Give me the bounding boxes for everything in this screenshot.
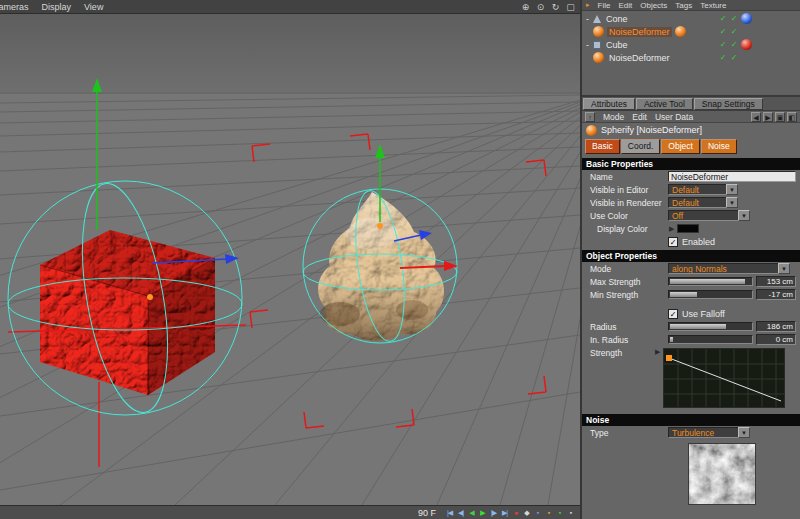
inner-radius-value[interactable]: 0 cm xyxy=(756,334,796,345)
maximize-icon[interactable]: ▢ xyxy=(564,1,577,13)
cinema4d-window: Cameras Display View ⊕ ⊙ ↻ ▢ xyxy=(0,0,800,519)
spherify-tag-icon[interactable] xyxy=(675,26,686,37)
tab-noise[interactable]: Noise xyxy=(701,139,737,154)
goto-start-icon[interactable]: |◀ xyxy=(444,507,455,519)
chevron-down-icon[interactable]: ▼ xyxy=(726,184,738,195)
autokey-icon[interactable]: ◆ xyxy=(521,507,532,519)
material-thumbnail-red[interactable] xyxy=(741,39,752,50)
panel-menu-icon[interactable]: ▸ xyxy=(586,1,590,9)
visible-editor-dropdown[interactable]: Default ▼ xyxy=(668,184,738,195)
attribute-object-title: Spherify [NoiseDeformer] xyxy=(582,123,800,137)
menu-cameras[interactable]: Cameras xyxy=(0,2,29,12)
om-menu-file[interactable]: File xyxy=(598,1,611,10)
menu-display[interactable]: Display xyxy=(42,2,72,12)
triangle-right-icon[interactable]: ▶ xyxy=(655,348,660,356)
display-color-swatch[interactable] xyxy=(677,224,699,233)
triangle-right-icon[interactable]: ▶ xyxy=(669,225,674,233)
om-menu-texture[interactable]: Texture xyxy=(700,1,726,10)
enabled-checkbox[interactable]: ✓ xyxy=(668,237,678,247)
title-text: Spherify [NoiseDeformer] xyxy=(601,125,702,135)
editor-visibility-check-icon[interactable]: ✓ xyxy=(719,53,727,62)
am-menu-mode[interactable]: Mode xyxy=(603,112,624,122)
expander-icon[interactable]: - xyxy=(582,40,593,50)
renderer-visibility-check-icon[interactable]: ✓ xyxy=(730,14,738,23)
tab-basic[interactable]: Basic xyxy=(585,139,620,154)
inner-radius-slider[interactable] xyxy=(668,335,753,344)
cone-icon xyxy=(593,15,601,23)
min-strength-value[interactable]: -17 cm xyxy=(756,289,796,300)
lock-icon[interactable]: ▣ xyxy=(775,112,785,122)
visible-renderer-dropdown[interactable]: Default ▼ xyxy=(668,197,738,208)
noise-type-label: Type xyxy=(590,428,668,438)
radius-value[interactable]: 186 cm xyxy=(756,321,796,332)
use-falloff-checkbox[interactable]: ✓ xyxy=(668,309,678,319)
chevron-down-icon[interactable]: ▼ xyxy=(738,210,750,221)
viewport-menubar: Cameras Display View ⊕ ⊙ ↻ ▢ xyxy=(0,0,580,14)
visible-editor-label: Visible in Editor xyxy=(590,185,668,195)
tab-snap-settings[interactable]: Snap Settings xyxy=(694,98,763,110)
zoom-icon[interactable]: ⊙ xyxy=(534,1,547,13)
strength-curve-editor[interactable] xyxy=(663,348,785,408)
am-menu-userdata[interactable]: User Data xyxy=(655,112,693,122)
editor-visibility-check-icon[interactable]: ✓ xyxy=(719,14,727,23)
radius-slider[interactable] xyxy=(668,322,753,331)
rotate-icon[interactable]: ↻ xyxy=(549,1,562,13)
noisedeformer-icon xyxy=(593,26,604,37)
chevron-down-icon[interactable]: ▼ xyxy=(778,263,790,274)
history-forward-icon[interactable]: ▶ xyxy=(763,112,773,122)
editor-visibility-check-icon[interactable]: ✓ xyxy=(719,27,727,36)
am-menu-edit[interactable]: Edit xyxy=(632,112,647,122)
object-label[interactable]: Cone xyxy=(604,14,630,24)
tab-object[interactable]: Object xyxy=(661,139,700,154)
max-strength-label: Max Strength xyxy=(590,277,668,287)
tab-active-tool[interactable]: Active Tool xyxy=(636,98,693,110)
material-thumbnail-blue[interactable] xyxy=(741,13,752,24)
renderer-visibility-check-icon[interactable]: ✓ xyxy=(730,53,738,62)
editor-visibility-check-icon[interactable]: ✓ xyxy=(719,40,727,49)
key-position-icon[interactable]: ▪ xyxy=(532,507,543,519)
prev-key-icon[interactable]: ◀| xyxy=(455,507,466,519)
attributes-menubar: ↑ Mode Edit User Data ◀ ▶ ▣ ◧ xyxy=(582,111,800,123)
play-icon[interactable]: ▶ xyxy=(477,507,488,519)
renderer-visibility-check-icon[interactable]: ✓ xyxy=(730,40,738,49)
key-rotation-icon[interactable]: ▪ xyxy=(554,507,565,519)
check-icon: ✓ xyxy=(670,238,677,247)
tab-attributes[interactable]: Attributes xyxy=(583,98,635,110)
menu-view[interactable]: View xyxy=(84,2,103,12)
tree-row-noisedeformer-1[interactable]: NoiseDeformer ✓ ✓ xyxy=(582,25,800,38)
om-menu-edit[interactable]: Edit xyxy=(618,1,632,10)
goto-end-icon[interactable]: ▶| xyxy=(499,507,510,519)
object-label[interactable]: NoiseDeformer xyxy=(607,53,672,63)
history-back-icon[interactable]: ◀ xyxy=(751,112,761,122)
prev-frame-icon[interactable]: ◀ xyxy=(466,507,477,519)
tree-row-noisedeformer-2[interactable]: NoiseDeformer ✓ ✓ xyxy=(582,51,800,64)
tree-row-cube[interactable]: - Cube ✓ ✓ xyxy=(582,38,800,51)
om-menu-objects[interactable]: Objects xyxy=(640,1,667,10)
object-label[interactable]: Cube xyxy=(604,40,630,50)
use-color-dropdown[interactable]: Off ▼ xyxy=(668,210,750,221)
attribute-manager-icon[interactable]: ↑ xyxy=(585,112,595,122)
min-strength-slider[interactable] xyxy=(668,290,753,299)
curve-point[interactable] xyxy=(666,355,672,361)
om-menu-tags[interactable]: Tags xyxy=(675,1,692,10)
name-input[interactable] xyxy=(668,171,796,182)
next-key-icon[interactable]: |▶ xyxy=(488,507,499,519)
object-label-selected[interactable]: NoiseDeformer xyxy=(607,27,672,37)
noise-type-dropdown[interactable]: Turbulence ▼ xyxy=(668,427,750,438)
max-strength-slider[interactable] xyxy=(668,277,753,286)
expander-icon[interactable]: - xyxy=(582,14,593,24)
dropdown-value: along Normals xyxy=(668,263,778,274)
tab-coord[interactable]: Coord. xyxy=(621,139,661,154)
viewport-canvas[interactable] xyxy=(0,14,580,505)
chevron-down-icon[interactable]: ▼ xyxy=(726,197,738,208)
key-parameter-icon[interactable]: ▪ xyxy=(565,507,576,519)
tree-row-cone[interactable]: - Cone ✓ ✓ xyxy=(582,12,800,25)
max-strength-value[interactable]: 153 cm xyxy=(756,276,796,287)
pan-icon[interactable]: ⊕ xyxy=(519,1,532,13)
chevron-down-icon[interactable]: ▼ xyxy=(738,427,750,438)
pin-icon[interactable]: ◧ xyxy=(787,112,797,122)
renderer-visibility-check-icon[interactable]: ✓ xyxy=(730,27,738,36)
mode-dropdown[interactable]: along Normals ▼ xyxy=(668,263,790,274)
record-icon[interactable]: ● xyxy=(510,507,521,519)
key-scale-icon[interactable]: ▪ xyxy=(543,507,554,519)
